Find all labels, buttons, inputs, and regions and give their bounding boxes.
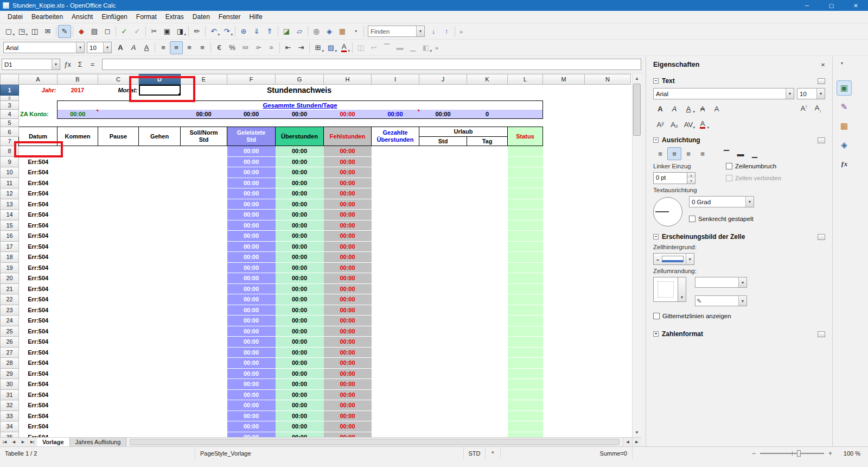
cell-G25[interactable]: 00:00: [276, 326, 324, 337]
vertical-scrollbar-thumb[interactable]: [633, 84, 641, 136]
menu-format[interactable]: Format: [132, 11, 161, 22]
cell-E22[interactable]: [181, 294, 227, 305]
cell-H31[interactable]: 00:00: [324, 389, 372, 400]
deck-styles-icon[interactable]: ✎: [837, 99, 852, 115]
align-right-icon[interactable]: ≡: [681, 147, 695, 160]
character-spacing-icon[interactable]: AV: [681, 118, 695, 131]
cell-F24[interactable]: 00:00: [227, 315, 276, 326]
cell-A19[interactable]: Err:504: [19, 262, 58, 273]
alignment-panel-launcher-icon[interactable]: [818, 137, 825, 143]
cell-F22[interactable]: 00:00: [227, 294, 276, 305]
align-justify-icon[interactable]: ≡: [695, 147, 710, 160]
cell-G27[interactable]: 00:00: [276, 347, 324, 358]
row-header-15[interactable]: 15: [1, 220, 19, 231]
cell-E14[interactable]: [181, 210, 227, 220]
cell-J25[interactable]: [419, 326, 467, 337]
cell-M26[interactable]: [543, 337, 585, 348]
cell-K28[interactable]: [467, 358, 508, 369]
cell-H13[interactable]: 00:00: [324, 199, 372, 210]
cell-K35[interactable]: [467, 432, 508, 437]
row-header-33[interactable]: 33: [1, 411, 19, 421]
cell-L13[interactable]: [508, 199, 543, 210]
cell-J11[interactable]: [419, 178, 467, 188]
paste-icon[interactable]: ◨: [174, 25, 187, 38]
expand-icon[interactable]: [653, 331, 659, 337]
border-line-color-combo[interactable]: [695, 295, 747, 306]
show-gridlines-checkbox[interactable]: Gitternetzlinien anzeigen: [653, 313, 731, 319]
cell-N25[interactable]: [585, 326, 631, 337]
cell-J31[interactable]: [419, 389, 467, 400]
cell-D30[interactable]: [139, 379, 181, 390]
menu-ansicht[interactable]: Ansicht: [67, 11, 97, 22]
checkbox-box[interactable]: [726, 163, 732, 169]
row-header-35[interactable]: 35: [1, 432, 19, 437]
cell-G11[interactable]: 00:00: [276, 178, 324, 188]
hyperlink-icon[interactable]: ⊛: [237, 25, 250, 38]
cell-H27[interactable]: 00:00: [324, 347, 372, 358]
cell-G23[interactable]: 00:00: [276, 305, 324, 315]
cell-B34[interactable]: [58, 421, 98, 432]
cell-N15[interactable]: [585, 220, 631, 231]
name-box[interactable]: D1: [2, 59, 60, 70]
menu-daten[interactable]: Daten: [188, 11, 214, 22]
cell-L15[interactable]: [508, 220, 543, 231]
cell-C20[interactable]: [98, 273, 139, 284]
cell-K33[interactable]: [467, 411, 508, 421]
italic-icon[interactable]: A: [127, 41, 140, 54]
deck-properties-icon[interactable]: ▣: [837, 80, 852, 96]
cell-B23[interactable]: [58, 305, 98, 315]
cell-G24[interactable]: 00:00: [276, 315, 324, 326]
cell-N34[interactable]: [585, 421, 631, 432]
cell-E11[interactable]: [181, 178, 227, 188]
cell-K4[interactable]: 0: [467, 110, 508, 119]
text-panel-launcher-icon[interactable]: [818, 78, 825, 84]
cell-E27[interactable]: [181, 347, 227, 358]
cell-J22[interactable]: [419, 294, 467, 305]
row-header-19[interactable]: 19: [1, 262, 19, 273]
column-header-M[interactable]: M: [543, 74, 585, 85]
cell-H35[interactable]: 00:00: [324, 432, 372, 437]
cell-M31[interactable]: [543, 389, 585, 400]
cell-B8[interactable]: [58, 146, 98, 157]
cell-K32[interactable]: [467, 400, 508, 411]
border-line-style-combo[interactable]: [695, 277, 747, 288]
cell-E15[interactable]: [181, 220, 227, 231]
cell-L12[interactable]: [508, 188, 543, 199]
cell-F32[interactable]: 00:00: [227, 400, 276, 411]
cell-I20[interactable]: [372, 273, 419, 284]
cell-B20[interactable]: [58, 273, 98, 284]
collapse-icon[interactable]: [653, 78, 659, 84]
cell-E20[interactable]: [181, 273, 227, 284]
row-header-20[interactable]: 20: [1, 273, 19, 284]
cell-N29[interactable]: [585, 368, 631, 379]
cell-N32[interactable]: [585, 400, 631, 411]
column-header-G[interactable]: G: [276, 74, 324, 85]
chevron-down-icon[interactable]: [52, 59, 60, 70]
cell-N33[interactable]: [585, 411, 631, 421]
cells-row-2[interactable]: [19, 96, 631, 101]
cell-L30[interactable]: [508, 379, 543, 390]
export-pdf-icon[interactable]: ◆: [75, 25, 88, 38]
checkbox-box[interactable]: [653, 313, 660, 319]
cell-K18[interactable]: [467, 252, 508, 263]
cell-H25[interactable]: 00:00: [324, 326, 372, 337]
header-urlaub[interactable]: Urlaub: [419, 127, 508, 137]
cell-A18[interactable]: Err:504: [19, 252, 58, 263]
delete-decimal-place-icon[interactable]: .0-: [265, 41, 278, 54]
cell-L16[interactable]: [508, 231, 543, 242]
cell-A1-jahr-label[interactable]: Jahr:: [19, 85, 58, 96]
cell-N31[interactable]: [585, 389, 631, 400]
cells-row-5[interactable]: [19, 119, 631, 127]
cell-J12[interactable]: [419, 188, 467, 199]
cell-L27[interactable]: [508, 347, 543, 358]
close-button[interactable]: ✕: [844, 0, 868, 11]
cell-J33[interactable]: [419, 411, 467, 421]
cell-L20[interactable]: [508, 273, 543, 284]
cut-icon[interactable]: ✂: [148, 25, 161, 38]
cell-D8[interactable]: [139, 146, 181, 157]
cell-N18[interactable]: [585, 252, 631, 263]
cell-J23[interactable]: [419, 305, 467, 315]
cell-J17[interactable]: [419, 241, 467, 252]
save-icon[interactable]: ◫: [28, 25, 41, 38]
open-file-icon[interactable]: ◳: [15, 25, 28, 38]
